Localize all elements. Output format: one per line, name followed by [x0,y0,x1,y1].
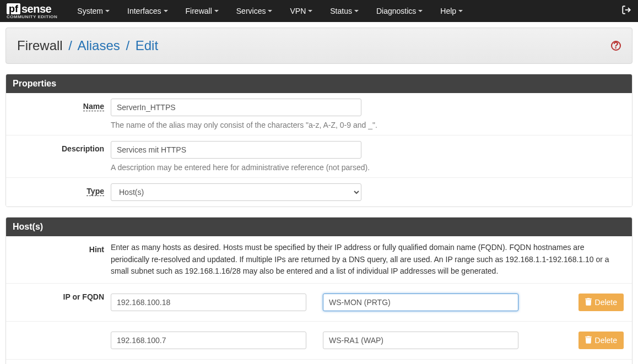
type-label: Type [6,183,111,201]
caret-down-icon [354,10,359,12]
nav-item-firewall[interactable]: Firewall [177,1,228,21]
description-help: A description may be entered here for ad… [111,163,624,172]
delete-button[interactable]: Delete [578,332,624,349]
host-ip-input[interactable] [111,332,306,349]
breadcrumb: Firewall / Aliases / Edit [17,38,158,53]
brand-pf: pf [7,3,20,14]
type-select[interactable]: Host(s) [111,183,361,201]
properties-panel: Properties Name The name of the alias ma… [6,74,632,207]
name-label: Name [6,99,111,129]
nav-item-status[interactable]: Status [321,1,367,21]
logout-icon[interactable] [621,5,631,17]
caret-down-icon [308,10,312,12]
hosts-panel: Host(s) Hint Enter as many hosts as desi… [6,217,632,364]
caret-down-icon [418,10,423,12]
nav-menu: System Interfaces Firewall Services VPN … [68,1,472,21]
nav-item-vpn[interactable]: VPN [281,1,321,21]
top-navbar: pf sense COMMUNITY EDITION System Interf… [0,0,638,22]
hint-text: Enter as many hosts as desired. Hosts mu… [111,242,632,278]
page-header: Firewall / Aliases / Edit ? [6,28,632,64]
delete-button[interactable]: Delete [578,294,624,311]
caret-down-icon [268,10,272,12]
hint-label: Hint [6,242,111,278]
name-input[interactable] [111,99,361,116]
trash-icon [585,336,592,345]
nav-item-help[interactable]: Help [431,1,472,21]
name-help: The name of the alias may only consist o… [111,121,624,129]
host-description-input[interactable] [323,294,518,311]
breadcrumb-edit[interactable]: Edit [136,38,158,53]
breadcrumb-aliases[interactable]: Aliases [77,38,120,53]
caret-down-icon [214,10,219,12]
help-icon[interactable]: ? [611,41,621,51]
nav-item-system[interactable]: System [68,1,118,21]
caret-down-icon [105,10,110,12]
nav-item-interfaces[interactable]: Interfaces [118,1,176,21]
caret-down-icon [164,10,168,12]
brand-subtitle: COMMUNITY EDITION [7,14,57,19]
trash-icon [585,298,592,307]
nav-item-diagnostics[interactable]: Diagnostics [367,1,431,21]
caret-down-icon [458,10,463,12]
host-ip-input[interactable] [111,294,306,311]
properties-heading: Properties [6,74,632,93]
description-input[interactable] [111,141,361,159]
hosts-heading: Host(s) [6,218,632,236]
brand-sense: sense [21,3,51,14]
breadcrumb-root[interactable]: Firewall [17,38,63,53]
host-description-input[interactable] [323,332,518,349]
nav-item-services[interactable]: Services [228,1,282,21]
brand-logo[interactable]: pf sense COMMUNITY EDITION [7,3,57,19]
ip-or-fqdn-label: IP or FQDN [6,289,111,316]
description-label: Description [6,141,111,172]
